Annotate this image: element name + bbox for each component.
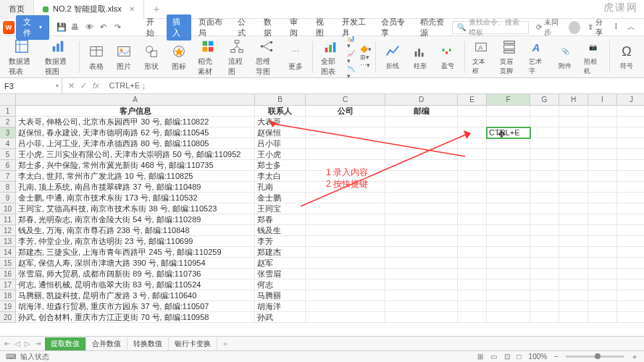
rib-iconbtn[interactable]: 图标 [166, 41, 192, 73]
cell[interactable] [588, 269, 617, 279]
rib-pivotchart[interactable]: 数据透视图 [41, 36, 75, 78]
cell[interactable] [306, 279, 385, 290]
cell[interactable]: 张雪眉 [255, 269, 306, 279]
cell[interactable] [487, 269, 530, 279]
cell[interactable] [559, 301, 588, 312]
rib-winloss[interactable]: 盈亏 [435, 41, 461, 72]
cell[interactable] [617, 193, 644, 203]
cell[interactable] [617, 247, 644, 258]
cell[interactable] [588, 290, 617, 301]
cell[interactable] [559, 214, 588, 225]
cell[interactable] [487, 301, 530, 312]
share-button[interactable]: ⇪分享 [587, 17, 607, 38]
cell[interactable]: 赵保恒, 春永建设, 天津市德明南路 62 号, 邮编:110545 [16, 127, 255, 138]
tab-insert[interactable]: 插入 [167, 14, 191, 41]
rib-dgmat[interactable]: 稻壳素材 [193, 36, 223, 78]
col-header-J[interactable]: J [617, 94, 644, 106]
row-header-14[interactable]: 14 [0, 247, 16, 258]
cell[interactable] [530, 247, 559, 258]
header-cell[interactable]: 客户信息 [16, 106, 255, 117]
cell[interactable] [617, 160, 644, 171]
cell[interactable] [588, 127, 617, 138]
cell[interactable]: 郑建杰 [255, 247, 306, 258]
cell[interactable] [306, 149, 385, 160]
cell[interactable] [458, 236, 487, 247]
chevron-up-icon[interactable]: ︿ [627, 22, 635, 33]
cell[interactable] [588, 225, 617, 236]
cell[interactable] [487, 247, 530, 258]
view-mode4-icon[interactable]: □ [517, 353, 522, 361]
cell[interactable] [385, 236, 458, 247]
cell[interactable] [559, 138, 588, 149]
cell[interactable] [306, 160, 385, 171]
rib-shape[interactable]: 形状 [138, 41, 164, 73]
cell[interactable] [487, 279, 530, 290]
cell[interactable]: 孔南 [255, 182, 306, 193]
formula-input[interactable]: CTRL+E； [105, 80, 644, 91]
cell[interactable] [306, 225, 385, 236]
chart-preset-6[interactable]: ⋯▾ [360, 62, 372, 69]
row-header-7[interactable]: 7 [0, 171, 16, 182]
fx-icon[interactable]: fx [93, 81, 99, 90]
row-header-16[interactable]: 16 [0, 269, 16, 279]
col-header-D[interactable]: D [385, 94, 458, 106]
cell[interactable]: 金士鹏, 中通, 南京市技术东街 173 号, 邮编:110532 [16, 193, 255, 203]
chart-preset-4[interactable]: 🔶▾ [360, 46, 372, 53]
cell[interactable] [385, 193, 458, 203]
cell[interactable] [588, 279, 617, 290]
cell[interactable] [306, 127, 385, 138]
cell[interactable] [588, 160, 617, 171]
cell[interactable] [588, 138, 617, 149]
cell[interactable] [385, 279, 458, 290]
cell[interactable] [385, 225, 458, 236]
cell[interactable] [617, 214, 644, 225]
rib-flow[interactable]: 流程图 [224, 36, 250, 78]
cell[interactable] [530, 269, 559, 279]
row-header-13[interactable]: 13 [0, 236, 16, 247]
cell[interactable] [487, 225, 530, 236]
row-header-6[interactable]: 6 [0, 160, 16, 171]
cell[interactable] [385, 127, 458, 138]
zoom-slider[interactable] [566, 355, 624, 358]
rib-camera[interactable]: 📷照相机 [580, 37, 606, 77]
cell[interactable]: 李太白 [255, 171, 306, 182]
cell[interactable] [487, 138, 530, 149]
cell[interactable] [458, 193, 487, 203]
cell[interactable] [617, 138, 644, 149]
tab-member[interactable]: 会员专享 [375, 14, 413, 41]
cell[interactable]: 赵军, 保信人寿, 深圳市津塘大路 390 号, 邮编:110954 [16, 258, 255, 269]
cell[interactable] [617, 312, 644, 323]
save-icon[interactable]: 💾 [57, 22, 67, 33]
cell[interactable] [487, 312, 530, 323]
cell[interactable]: 马腾丽, 凯旋科技, 昆明市广发路 3 号, 邮编:110640 [16, 290, 255, 301]
cell[interactable] [530, 138, 559, 149]
cell[interactable] [530, 290, 559, 301]
rib-wordart[interactable]: A艺术字 [524, 37, 551, 77]
cell[interactable]: 王小虎, 三川实业有限公司, 天津市大崇明路 50 号, 邮编:110952 [16, 149, 255, 160]
col-header-A[interactable]: A [16, 94, 255, 106]
cell[interactable]: 大表哥, 伸格公司, 北京市东园西甲 30 号, 邮编:110822 [16, 117, 255, 127]
redo-icon[interactable]: ↷ [114, 22, 125, 33]
cell[interactable] [458, 149, 487, 160]
cell[interactable] [559, 290, 588, 301]
cell[interactable] [530, 214, 559, 225]
sheet-nav-next-icon[interactable]: ▷ [25, 340, 30, 348]
cell[interactable] [530, 236, 559, 247]
rib-line[interactable]: 折线 [380, 41, 406, 72]
cell[interactable]: 何志 [255, 279, 306, 290]
chart-preset-2[interactable]: 📈▾ [347, 50, 356, 64]
cell[interactable]: 郑士多, 兴中保险, 常州市冀光新街 468 号, 邮编:110735 [16, 160, 255, 171]
cell[interactable]: 赵军 [255, 258, 306, 269]
rib-pivot[interactable]: 数据透视表 [4, 36, 39, 78]
cell[interactable] [588, 117, 617, 127]
row-header-17[interactable]: 17 [0, 279, 16, 290]
cell[interactable] [487, 117, 530, 127]
avatar[interactable] [569, 21, 580, 34]
cell[interactable] [385, 258, 458, 269]
preview-icon[interactable]: 👁 [85, 22, 96, 33]
sheet-nav-last-icon[interactable]: ⇥ [35, 340, 41, 348]
cell[interactable] [559, 279, 588, 290]
cell[interactable] [487, 160, 530, 171]
rib-attach[interactable]: 📎附件 [552, 41, 578, 72]
view-mode2-icon[interactable]: ▭ [490, 353, 497, 361]
